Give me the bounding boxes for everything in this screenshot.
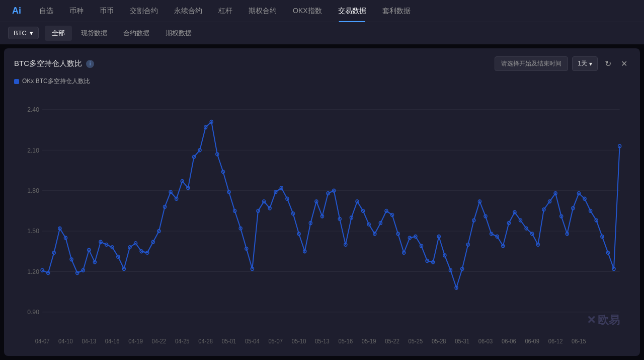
nav-item-watchlist[interactable]: 自选 <box>31 0 61 22</box>
svg-text:05-13: 05-13 <box>315 338 330 345</box>
coin-selector[interactable]: BTC ▾ <box>8 27 39 39</box>
legend-label: OKx BTC多空持仓人数比 <box>22 77 90 86</box>
svg-text:04-16: 04-16 <box>105 338 120 345</box>
nav-item-okx-index[interactable]: OKX指数 <box>285 0 330 22</box>
info-icon[interactable]: i <box>86 60 94 68</box>
nav-item-options[interactable]: 期权合约 <box>240 0 285 22</box>
close-button[interactable]: ✕ <box>618 58 630 70</box>
nav-item-arbitrage[interactable]: 套利数据 <box>374 0 419 22</box>
svg-text:05-07: 05-07 <box>268 338 283 345</box>
svg-text:06-06: 06-06 <box>502 338 516 345</box>
period-value: 1天 <box>578 59 587 68</box>
refresh-button[interactable]: ↻ <box>602 58 614 70</box>
svg-text:1.20: 1.20 <box>27 267 39 275</box>
modal-controls: 请选择开始及结束时间 1天 ▾ ↻ ✕ <box>495 56 630 71</box>
svg-text:04-10: 04-10 <box>58 338 73 345</box>
svg-text:2.40: 2.40 <box>27 106 39 114</box>
svg-text:04-28: 04-28 <box>198 338 213 345</box>
sub-nav-item-all[interactable]: 全部 <box>45 26 72 41</box>
svg-text:04-13: 04-13 <box>82 338 96 345</box>
legend-dot <box>14 79 19 84</box>
svg-text:06-09: 06-09 <box>525 338 539 345</box>
svg-text:0.90: 0.90 <box>27 308 39 316</box>
svg-text:1.80: 1.80 <box>27 187 39 195</box>
svg-text:06-03: 06-03 <box>478 338 493 345</box>
svg-text:05-31: 05-31 <box>455 338 469 345</box>
nav-item-leverage[interactable]: 杠杆 <box>210 0 240 22</box>
svg-text:05-22: 05-22 <box>385 338 399 345</box>
modal-title-area: BTC多空持仓人数比 i <box>14 59 94 68</box>
nav-item-trading-data[interactable]: 交易数据 <box>330 0 374 22</box>
chart-modal: BTC多空持仓人数比 i 请选择开始及结束时间 1天 ▾ ↻ ✕ OKx BTC… <box>4 48 640 356</box>
sub-nav: BTC ▾ 全部现货数据合约数据期权数据 <box>0 22 644 44</box>
svg-text:06-12: 06-12 <box>548 338 563 345</box>
modal-header: BTC多空持仓人数比 i 请选择开始及结束时间 1天 ▾ ↻ ✕ <box>14 56 630 71</box>
main-chart-svg: 0.901.201.501.802.102.4004-0704-1004-130… <box>14 91 630 348</box>
nav-item-coins[interactable]: 币种 <box>61 0 92 22</box>
svg-text:05-28: 05-28 <box>432 338 446 345</box>
svg-text:05-04: 05-04 <box>245 338 260 345</box>
svg-text:1.50: 1.50 <box>27 227 39 235</box>
main-content: BTC多空持仓人数比 合约 ⧉ BTC杠杆多空比 现货 ⧉ USDT 场外溢价 … <box>0 44 644 360</box>
coin-selector-chevron: ▾ <box>30 29 33 37</box>
modal-title: BTC多空持仓人数比 <box>14 59 82 68</box>
svg-text:04-25: 04-25 <box>175 338 190 345</box>
svg-text:2.10: 2.10 <box>27 146 39 154</box>
svg-text:05-16: 05-16 <box>338 338 353 345</box>
chart-container: 0.901.201.501.802.102.4004-0704-1004-130… <box>14 91 630 348</box>
svg-text:05-01: 05-01 <box>222 338 236 345</box>
svg-text:05-10: 05-10 <box>292 338 306 345</box>
svg-text:05-19: 05-19 <box>362 338 376 345</box>
sub-nav-item-contract-data[interactable]: 合约数据 <box>116 26 156 41</box>
svg-text:06-15: 06-15 <box>572 338 586 345</box>
top-nav: Ai 自选币种币币交割合约永续合约杠杆期权合约OKX指数交易数据套利数据 <box>0 0 644 22</box>
period-select[interactable]: 1天 ▾ <box>572 56 598 71</box>
nav-item-perpetual[interactable]: 永续合约 <box>166 0 210 22</box>
svg-text:05-25: 05-25 <box>409 338 423 345</box>
sub-nav-item-spot-data[interactable]: 现货数据 <box>74 26 114 41</box>
coin-selector-value: BTC <box>14 29 27 37</box>
date-picker-button[interactable]: 请选择开始及结束时间 <box>495 56 568 71</box>
app-logo: Ai <box>8 6 25 16</box>
sub-nav-item-options-data[interactable]: 期权数据 <box>158 26 199 41</box>
svg-text:04-07: 04-07 <box>35 338 50 345</box>
svg-text:04-22: 04-22 <box>152 338 167 345</box>
period-chevron: ▾ <box>589 60 592 67</box>
svg-text:04-19: 04-19 <box>128 338 143 345</box>
nav-item-delivery[interactable]: 交割合约 <box>122 0 166 22</box>
chart-legend: OKx BTC多空持仓人数比 <box>14 77 630 86</box>
nav-item-currency[interactable]: 币币 <box>92 0 122 22</box>
